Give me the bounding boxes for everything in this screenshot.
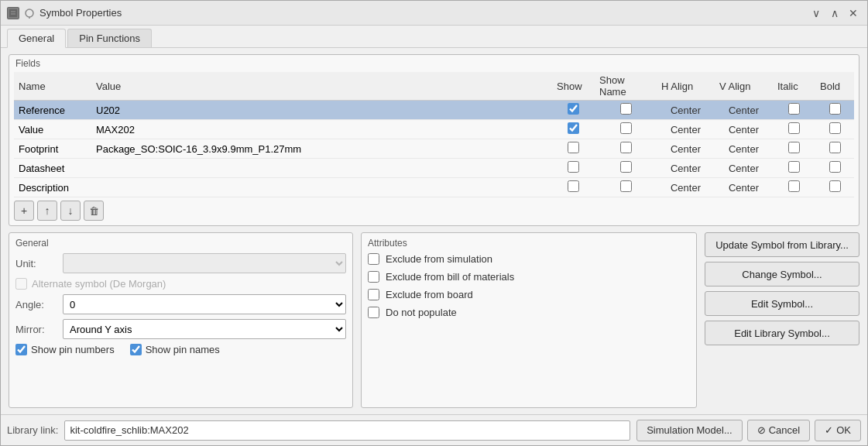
show-pin-names-label: Show pin names: [146, 344, 220, 355]
bottom-section: General Unit: Alternate symbol (De Morga…: [9, 232, 859, 408]
show-pin-numbers-checkbox[interactable]: [15, 344, 27, 355]
bold-checkbox[interactable]: [829, 103, 841, 115]
exclude-board-item: Exclude from board: [368, 289, 690, 300]
col-header-showname: Show Name: [595, 72, 657, 101]
angle-select[interactable]: 0 90 180 270: [63, 294, 346, 314]
alternate-symbol-row: Alternate symbol (De Morgan): [15, 278, 346, 290]
col-header-name: Name: [14, 72, 91, 101]
show-checkbox[interactable]: [568, 122, 579, 134]
alternate-symbol-label: Alternate symbol (De Morgan): [32, 278, 166, 290]
edit-library-symbol-button[interactable]: Edit Library Symbol...: [705, 321, 859, 345]
move-up-button[interactable]: ↑: [37, 201, 57, 221]
app-icon: [7, 7, 19, 19]
field-value-cell: Package_SO:SOIC-16_3.9x9.9mm_P1.27mm: [91, 139, 552, 159]
showname-checkbox[interactable]: [620, 180, 632, 192]
table-row[interactable]: FootprintPackage_SO:SOIC-16_3.9x9.9mm_P1…: [14, 139, 854, 159]
ok-icon: ✓: [825, 424, 833, 436]
show-pin-names-checkbox[interactable]: [130, 344, 142, 355]
ok-button[interactable]: ✓ OK: [815, 420, 861, 441]
field-halign-cell: Center: [657, 101, 715, 120]
field-halign-cell: Center: [657, 139, 715, 159]
field-show-cell: [552, 178, 595, 197]
edit-symbol-button[interactable]: Edit Symbol...: [705, 291, 859, 316]
field-italic-cell: [773, 178, 815, 197]
italic-checkbox[interactable]: [788, 122, 800, 134]
italic-checkbox[interactable]: [788, 161, 800, 173]
field-show-cell: [552, 139, 595, 159]
tab-general[interactable]: General: [7, 29, 66, 48]
delete-field-button[interactable]: 🗑: [84, 201, 104, 221]
maximize-button[interactable]: ∧: [827, 5, 842, 21]
do-not-populate-item: Do not populate: [368, 307, 690, 318]
col-header-italic: Italic: [773, 72, 815, 101]
bold-checkbox[interactable]: [829, 122, 841, 134]
simulation-model-button[interactable]: Simulation Model...: [636, 420, 743, 441]
table-row[interactable]: DatasheetCenterCenter: [14, 159, 854, 178]
fields-table: Name Value Show Show Name H Align V Alig…: [14, 72, 854, 197]
field-name-cell: Value: [14, 120, 91, 139]
italic-checkbox[interactable]: [788, 142, 800, 153]
show-checkbox[interactable]: [568, 103, 579, 115]
tab-pin-functions[interactable]: Pin Functions: [67, 29, 152, 47]
field-halign-cell: Center: [657, 120, 715, 139]
col-header-show: Show: [552, 72, 595, 101]
col-header-bold: Bold: [815, 72, 854, 101]
field-value-cell: MAX202: [91, 120, 552, 139]
bold-checkbox[interactable]: [829, 161, 841, 173]
field-valign-cell: Center: [715, 101, 773, 120]
field-show-cell: [552, 120, 595, 139]
field-italic-cell: [773, 101, 815, 120]
unit-select[interactable]: [63, 253, 346, 273]
exclude-simulation-checkbox[interactable]: [368, 253, 379, 265]
col-header-halign: H Align: [657, 72, 715, 101]
svg-rect-0: [9, 9, 18, 18]
show-checkbox[interactable]: [568, 142, 579, 153]
bold-checkbox[interactable]: [829, 142, 841, 153]
window-controls: ∨ ∧ ✕: [808, 5, 861, 21]
showname-checkbox[interactable]: [620, 142, 632, 153]
table-row[interactable]: DescriptionCenterCenter: [14, 178, 854, 197]
table-row[interactable]: ReferenceU202CenterCenter: [14, 101, 854, 120]
fields-legend: Fields: [14, 58, 854, 69]
add-field-button[interactable]: +: [14, 201, 34, 221]
titlebar-left: Symbol Properties: [7, 7, 122, 19]
mirror-select[interactable]: No mirror Around X axis Around Y axis: [63, 319, 346, 339]
field-italic-cell: [773, 139, 815, 159]
field-showname-cell: [595, 120, 657, 139]
exclude-bom-checkbox[interactable]: [368, 271, 379, 283]
do-not-populate-checkbox[interactable]: [368, 307, 379, 318]
table-row[interactable]: ValueMAX202CenterCenter: [14, 120, 854, 139]
field-value-cell: U202: [91, 101, 552, 120]
field-value-cell: [91, 178, 552, 197]
main-window: Symbol Properties ∨ ∧ ✕ General Pin Func…: [0, 0, 868, 446]
show-checkbox[interactable]: [568, 161, 579, 173]
statusbar: Library link: kit-coldfire_schlib:MAX202…: [1, 414, 867, 445]
showname-checkbox[interactable]: [620, 103, 632, 115]
field-show-cell: [552, 101, 595, 120]
general-panel-title: General: [15, 238, 346, 249]
field-showname-cell: [595, 139, 657, 159]
showname-checkbox[interactable]: [620, 122, 632, 134]
window-title: Symbol Properties: [39, 7, 122, 19]
update-symbol-button[interactable]: Update Symbol from Library...: [705, 232, 859, 257]
col-header-valign: V Align: [715, 72, 773, 101]
field-valign-cell: Center: [715, 159, 773, 178]
field-name-cell: Reference: [14, 101, 91, 120]
minimize-button[interactable]: ∨: [808, 5, 824, 21]
svg-point-3: [26, 9, 33, 17]
bold-checkbox[interactable]: [829, 180, 841, 192]
exclude-board-checkbox[interactable]: [368, 289, 379, 300]
library-link-label: Library link:: [7, 424, 58, 436]
italic-checkbox[interactable]: [788, 180, 800, 192]
change-symbol-button[interactable]: Change Symbol...: [705, 262, 859, 286]
cancel-button[interactable]: ⊘ Cancel: [747, 420, 810, 441]
alternate-symbol-checkbox[interactable]: [15, 278, 27, 290]
titlebar: Symbol Properties ∨ ∧ ✕: [1, 1, 867, 26]
field-value-cell: [91, 159, 552, 178]
showname-checkbox[interactable]: [620, 161, 632, 173]
italic-checkbox[interactable]: [788, 103, 800, 115]
show-checkbox[interactable]: [568, 180, 579, 192]
move-down-button[interactable]: ↓: [60, 201, 81, 221]
fields-toolbar: + ↑ ↓ 🗑: [14, 201, 854, 221]
close-button[interactable]: ✕: [846, 5, 861, 21]
